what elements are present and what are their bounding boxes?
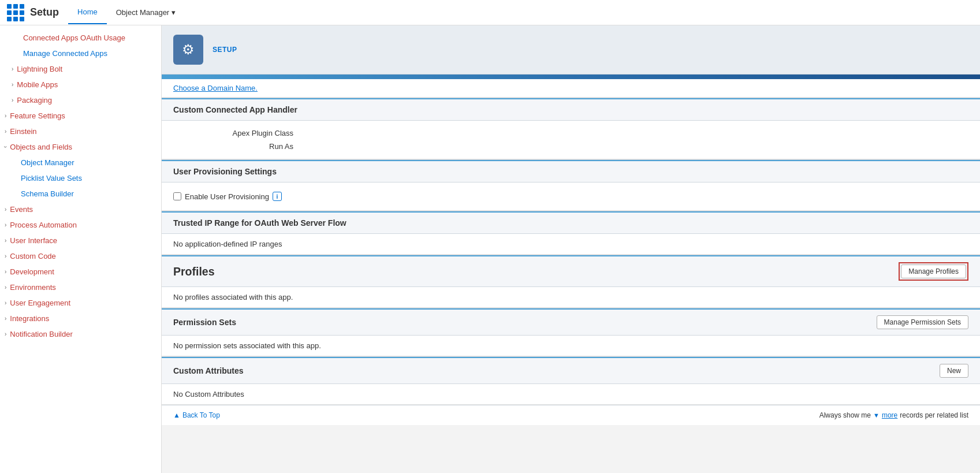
tab-object-manager[interactable]: Object Manager ▾	[107, 1, 185, 24]
sidebar-item-packaging[interactable]: › Packaging	[0, 92, 161, 108]
profiles-body-text: No profiles associated with this app.	[173, 293, 293, 301]
enable-user-provisioning-label: Enable User Provisioning	[185, 192, 269, 201]
info-icon[interactable]: i	[273, 192, 282, 201]
top-nav: Setup Home Object Manager ▾	[0, 0, 980, 25]
section-body-permission-sets: No permission sets associated with this …	[162, 336, 980, 356]
app-grid-icon[interactable]	[7, 4, 24, 21]
section-body-custom-connected-app: Apex Plugin Class Run As	[162, 121, 980, 159]
sidebar-item-environments[interactable]: › Environments	[0, 280, 161, 295]
section-body-custom-attributes: No Custom Attributes	[162, 384, 980, 405]
sidebar-item-development[interactable]: › Development	[0, 264, 161, 280]
sidebar-item-label: Objects and Fields	[10, 143, 72, 151]
chevron-right-icon: ›	[5, 206, 6, 213]
sidebar-item-mobile-apps[interactable]: › Mobile Apps	[0, 77, 161, 92]
more-arrow-icon: ▼	[873, 412, 880, 419]
section-title-custom-attributes: Custom Attributes	[173, 366, 244, 375]
trusted-ip-body-text: No application-defined IP ranges	[173, 240, 282, 248]
gear-icon: ⚙	[182, 42, 195, 58]
sidebar-item-label: Notification Builder	[10, 330, 72, 338]
sidebar-item-label: Einstein	[10, 127, 36, 136]
sidebar-item-label: Picklist Value Sets	[21, 174, 82, 183]
back-to-top-link[interactable]: ▲ Back To Top	[173, 411, 220, 419]
footer-records-text: records per related list	[900, 411, 968, 419]
permission-sets-body-text: No permission sets associated with this …	[173, 341, 321, 350]
manage-profiles-button[interactable]: Manage Profiles	[901, 265, 966, 278]
content-area: ⚙ SETUP Choose a Domain Name. Custom Con…	[162, 25, 980, 473]
chevron-right-icon: ›	[5, 253, 6, 259]
field-label-apex-plugin: Apex Plugin Class	[173, 129, 300, 137]
section-permission-sets: Permission Sets Manage Permission Sets N…	[162, 308, 980, 356]
chevron-right-icon: ›	[5, 315, 6, 322]
manage-permission-sets-button[interactable]: Manage Permission Sets	[877, 315, 968, 329]
sidebar-item-label: User Engagement	[10, 299, 70, 307]
sidebar-item-label: Mobile Apps	[17, 80, 58, 89]
footer-more-link[interactable]: more	[882, 411, 897, 419]
sidebar-item-label: Schema Builder	[21, 189, 74, 198]
sidebar-item-label: User Interface	[10, 236, 57, 245]
section-title-custom-connected-app: Custom Connected App Handler	[173, 105, 297, 114]
sidebar-item-label: Custom Code	[10, 252, 55, 260]
sidebar-item-user-engagement[interactable]: › User Engagement	[0, 295, 161, 311]
chevron-right-icon: ›	[12, 81, 13, 88]
sidebar-item-einstein[interactable]: › Einstein	[0, 124, 161, 139]
chevron-right-icon: ›	[12, 97, 13, 103]
sidebar-item-process-automation[interactable]: › Process Automation	[0, 217, 161, 233]
choose-domain-link[interactable]: Choose a Domain Name.	[173, 84, 258, 92]
sidebar-item-connected-apps-oauth[interactable]: Connected Apps OAuth Usage	[0, 30, 161, 46]
section-header-custom-attributes: Custom Attributes New	[162, 357, 980, 384]
chevron-up-icon: ▲	[173, 411, 180, 419]
sidebar-item-objects-and-fields[interactable]: › Objects and Fields	[0, 139, 161, 155]
chevron-right-icon: ›	[5, 237, 6, 244]
section-body-trusted-ip: No application-defined IP ranges	[162, 234, 980, 255]
sidebar-item-custom-code[interactable]: › Custom Code	[0, 248, 161, 264]
chevron-down-icon: ▾	[172, 8, 176, 17]
setup-label: SETUP	[213, 46, 237, 54]
sidebar-item-object-manager[interactable]: Object Manager	[0, 155, 161, 170]
sidebar-item-integrations[interactable]: › Integrations	[0, 311, 161, 326]
chevron-right-icon: ›	[5, 284, 6, 290]
section-trusted-ip-range: Trusted IP Range for OAuth Web Server Fl…	[162, 211, 980, 255]
chevron-right-icon: ›	[5, 128, 6, 135]
sidebar-item-label: Manage Connected Apps	[23, 49, 107, 58]
chevron-right-icon: ›	[5, 300, 6, 306]
footer-right: Always show me ▼ more records per relate…	[819, 411, 968, 419]
sidebar-item-picklist-value-sets[interactable]: Picklist Value Sets	[0, 170, 161, 186]
field-row-run-as: Run As	[173, 140, 968, 153]
section-title-permission-sets: Permission Sets	[173, 318, 236, 327]
sidebar-item-label: Process Automation	[10, 221, 77, 229]
custom-attributes-body-text: No Custom Attributes	[173, 390, 244, 398]
section-header-profiles: Profiles Manage Profiles	[162, 255, 980, 287]
main-layout: Connected Apps OAuth Usage Manage Connec…	[0, 25, 980, 473]
setup-icon: ⚙	[173, 35, 203, 65]
sidebar-item-schema-builder[interactable]: Schema Builder	[0, 186, 161, 202]
section-body-user-provisioning: Enable User Provisioning i	[162, 183, 980, 211]
sidebar-item-notification-builder[interactable]: › Notification Builder	[0, 326, 161, 342]
sidebar-item-feature-settings[interactable]: › Feature Settings	[0, 108, 161, 124]
sidebar-item-user-interface[interactable]: › User Interface	[0, 233, 161, 248]
section-profiles: Profiles Manage Profiles No profiles ass…	[162, 255, 980, 308]
sidebar-item-label: Connected Apps OAuth Usage	[23, 33, 125, 42]
sidebar-item-events[interactable]: › Events	[0, 202, 161, 217]
chevron-right-icon: ›	[5, 113, 6, 119]
sidebar-item-label: Integrations	[10, 314, 49, 323]
chevron-right-icon: ›	[5, 222, 6, 228]
section-header-user-provisioning: User Provisioning Settings	[162, 160, 980, 183]
section-title-trusted-ip: Trusted IP Range for OAuth Web Server Fl…	[173, 218, 346, 228]
section-user-provisioning: User Provisioning Settings Enable User P…	[162, 159, 980, 211]
tab-home[interactable]: Home	[68, 1, 107, 24]
sidebar: Connected Apps OAuth Usage Manage Connec…	[0, 25, 162, 473]
section-title-profiles: Profiles	[173, 265, 215, 278]
sidebar-item-label: Development	[10, 267, 54, 276]
sidebar-item-lightning-bolt[interactable]: › Lightning Bolt	[0, 61, 161, 77]
section-header-trusted-ip: Trusted IP Range for OAuth Web Server Fl…	[162, 211, 980, 234]
enable-user-provisioning-checkbox[interactable]	[173, 192, 181, 200]
footer-always-show-text: Always show me	[819, 411, 871, 419]
section-custom-connected-app-handler: Custom Connected App Handler Apex Plugin…	[162, 98, 980, 159]
content-footer: ▲ Back To Top Always show me ▼ more reco…	[162, 405, 980, 425]
sidebar-item-label: Packaging	[17, 96, 52, 105]
sidebar-item-label: Environments	[10, 283, 55, 292]
chevron-down-icon: ›	[2, 146, 9, 148]
setup-header: ⚙ SETUP	[162, 25, 980, 75]
sidebar-item-manage-connected-apps[interactable]: Manage Connected Apps	[0, 46, 161, 61]
new-custom-attribute-button[interactable]: New	[940, 364, 968, 378]
